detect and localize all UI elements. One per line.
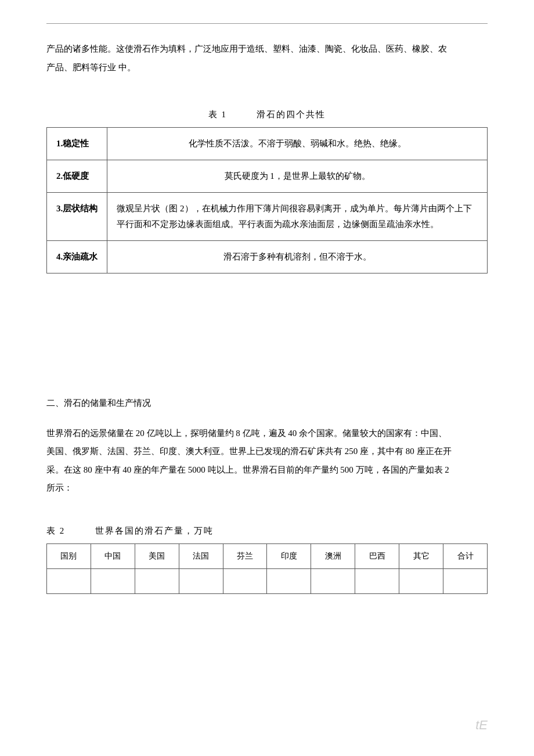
table2-header-usa: 美国 xyxy=(135,543,179,568)
table2-header-other: 其它 xyxy=(399,543,443,568)
gap-1 xyxy=(46,77,488,93)
table2-cell-australia-val xyxy=(311,568,355,593)
table2-header-guobie: 国别 xyxy=(47,543,91,568)
section2-para1a: 世界滑石的远景储量在 20 亿吨以上，探明储量约 8 亿吨，遍及 40 余个国家… xyxy=(46,424,488,443)
table1-content-2: 莫氏硬度为 1，是世界上最软的矿物。 xyxy=(107,160,488,193)
table2-cell-other-val xyxy=(399,568,443,593)
table2-cell-china-val xyxy=(91,568,135,593)
table-row: 2.低硬度 莫氏硬度为 1，是世界上最软的矿物。 xyxy=(47,160,488,193)
top-divider xyxy=(46,23,488,24)
table1-label-1: 1.稳定性 xyxy=(47,128,107,160)
table2-cell-empty xyxy=(47,568,91,593)
table2: 国别 中国 美国 法国 芬兰 印度 澳洲 巴西 其它 合计 xyxy=(46,543,488,595)
para-gap-1 xyxy=(46,413,488,424)
paragraph-1b: 产品、肥料等行业 中。 xyxy=(46,59,488,77)
table2-cell-brazil-val xyxy=(355,568,399,593)
table1-content-3: 微观呈片状（图 2），在机械力作用下薄片间很容易剥离开，成为单片。每片薄片由两个… xyxy=(107,193,488,241)
large-gap xyxy=(46,290,488,394)
table2-header-china: 中国 xyxy=(91,543,135,568)
bottom-watermark: tE xyxy=(475,718,488,733)
table2-title: 表 2 世界各国的滑石产量，万吨 xyxy=(46,525,488,537)
table1: 1.稳定性 化学性质不活泼。不溶于弱酸、弱碱和水。绝热、绝缘。 2.低硬度 莫氏… xyxy=(46,127,488,273)
table2-header-total: 合计 xyxy=(443,543,488,568)
table1-content-4: 滑石溶于多种有机溶剂，但不溶于水。 xyxy=(107,241,488,273)
table2-cell-usa-val xyxy=(135,568,179,593)
table2-title-main: 世界各国的滑石产量，万吨 xyxy=(95,526,214,535)
page: 产品的诸多性能。这使滑石作为填料，广泛地应用于造纸、塑料、油漆、陶瓷、化妆品、医… xyxy=(0,0,534,756)
table1-label-4: 4.亲油疏水 xyxy=(47,241,107,273)
table1-title: 表 1 滑石的四个共性 xyxy=(46,109,488,120)
section2-heading: 二、滑石的储量和生产情况 xyxy=(46,394,488,413)
table2-header-australia: 澳洲 xyxy=(311,543,355,568)
table2-header-row: 国别 中国 美国 法国 芬兰 印度 澳洲 巴西 其它 合计 xyxy=(47,543,488,568)
table2-header-india: 印度 xyxy=(267,543,311,568)
table-row: 1.稳定性 化学性质不活泼。不溶于弱酸、弱碱和水。绝热、绝缘。 xyxy=(47,128,488,160)
paragraph-1a: 产品的诸多性能。这使滑石作为填料，广泛地应用于造纸、塑料、油漆、陶瓷、化妆品、医… xyxy=(46,40,488,59)
table2-cell-france-val xyxy=(179,568,223,593)
table2-header-brazil: 巴西 xyxy=(355,543,399,568)
table1-label-3: 3.层状结构 xyxy=(47,193,107,241)
table-row: 4.亲油疏水 滑石溶于多种有机溶剂，但不溶于水。 xyxy=(47,241,488,273)
table1-content-1: 化学性质不活泼。不溶于弱酸、弱碱和水。绝热、绝缘。 xyxy=(107,128,488,160)
table1-title-main: 滑石的四个共性 xyxy=(257,110,326,119)
table-row: 3.层状结构 微观呈片状（图 2），在机械力作用下薄片间很容易剥离开，成为单片。… xyxy=(47,193,488,241)
section2-para1b: 美国、俄罗斯、法国、芬兰、印度、澳大利亚。世界上已发现的滑石矿床共有 250 座… xyxy=(46,442,488,461)
table2-data-row xyxy=(47,568,488,593)
table2-title-prefix: 表 2 xyxy=(46,526,65,535)
section2-para1c: 采。在这 80 座中有 40 座的年产量在 5000 吨以上。世界滑石目前的年产… xyxy=(46,461,488,480)
table2-cell-india-val xyxy=(267,568,311,593)
para-gap-2 xyxy=(46,498,488,509)
section2-para1d: 所示： xyxy=(46,479,488,498)
table2-header-finland: 芬兰 xyxy=(223,543,267,568)
table2-header-france: 法国 xyxy=(179,543,223,568)
table1-title-prefix: 表 1 xyxy=(208,110,227,119)
table1-label-2: 2.低硬度 xyxy=(47,160,107,193)
table2-cell-total-val xyxy=(443,568,488,593)
table2-cell-finland-val xyxy=(223,568,267,593)
